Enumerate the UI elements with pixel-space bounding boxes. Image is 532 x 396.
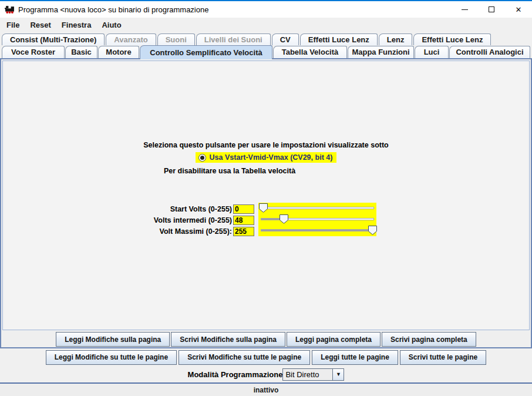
write-changes-page-button[interactable]: Scrivi Modifiche sulla pagina bbox=[171, 332, 285, 347]
maximize-button[interactable] bbox=[478, 1, 505, 18]
volts-intermedi-input[interactable] bbox=[233, 216, 254, 225]
status-bar: inattivo bbox=[0, 384, 532, 396]
title-bar: Programma <nuova loco> su binario di pro… bbox=[0, 0, 532, 18]
tab-effetti-luce-lenz-1[interactable]: Effetti Luce Lenz bbox=[300, 33, 378, 45]
menu-bar: File Reset Finestra Aiuto bbox=[0, 18, 532, 32]
tab-suoni: Suoni bbox=[157, 33, 195, 45]
tab-livelli-suoni: Livelli dei Suoni bbox=[196, 33, 271, 45]
start-volts-slider[interactable] bbox=[258, 203, 376, 214]
tab-consist[interactable]: Consist (Multi-Trazione) bbox=[2, 33, 105, 45]
tab-cv[interactable]: CV bbox=[272, 33, 299, 45]
tab-voce-roster[interactable]: Voce Roster bbox=[2, 46, 65, 58]
tab-strip: Consist (Multi-Trazione) Avanzato Suoni … bbox=[0, 32, 532, 58]
write-all-pages-button[interactable]: Scrivi tutte le pagine bbox=[400, 350, 486, 365]
tab-controlli-analogici[interactable]: Controlli Analogici bbox=[449, 46, 530, 58]
tab-motore[interactable]: Motore bbox=[98, 46, 139, 58]
window-title: Programma <nuova loco> su binario di pro… bbox=[18, 5, 451, 14]
volts-intermedi-label: Volts intermedi (0-255) bbox=[62, 216, 232, 224]
vstart-vmid-vmax-radio-row[interactable]: Usa Vstart-Vmid-Vmax (CV29, bit 4) bbox=[196, 152, 337, 163]
menu-file[interactable]: File bbox=[1, 19, 25, 31]
slider-thumb[interactable] bbox=[259, 203, 268, 213]
tab-content-pane: Seleziona questo pulsante per usare le i… bbox=[0, 58, 532, 348]
tab-row-2: Voce Roster Basic Motore Controllo Sempl… bbox=[2, 45, 532, 58]
tab-controllo-semplificato-velocita[interactable]: Controllo Semplificato Velocità bbox=[140, 45, 272, 59]
radio-label: Usa Vstart-Vmid-Vmax (CV29, bit 4) bbox=[210, 153, 333, 162]
maximize-icon bbox=[489, 6, 494, 12]
volt-massimi-label: Volt Massimi (0-255): bbox=[62, 227, 232, 236]
note-text: Per disabilitare usa la Tabella velocità bbox=[0, 167, 493, 175]
speed-control-panel: Seleziona questo pulsante per usare le i… bbox=[2, 61, 530, 330]
slider-track bbox=[261, 229, 374, 231]
slider-track-fill bbox=[261, 230, 373, 231]
programming-mode-value: Bit Diretto bbox=[283, 369, 332, 380]
program-window: Programma <nuova loco> su binario di pro… bbox=[0, 0, 532, 396]
slider-thumb[interactable] bbox=[368, 226, 377, 235]
tab-row-1: Consist (Multi-Trazione) Avanzato Suoni … bbox=[2, 33, 532, 45]
tab-tabella-velocita[interactable]: Tabella Velocità bbox=[273, 46, 347, 58]
tab-mappa-funzioni[interactable]: Mappa Funzioni bbox=[348, 46, 414, 58]
volts-intermedi-slider[interactable] bbox=[258, 214, 376, 225]
start-volts-label: Start Volts (0-255) bbox=[62, 205, 232, 213]
minimize-icon bbox=[462, 9, 468, 10]
programming-mode-row: Modalità Programmazione Bit Diretto ▼ bbox=[0, 366, 532, 382]
slider-panel bbox=[258, 203, 376, 236]
status-text: inattivo bbox=[254, 386, 279, 394]
radio-selected-dot bbox=[200, 156, 204, 160]
menu-finestra[interactable]: Finestra bbox=[56, 19, 97, 31]
start-volts-input[interactable] bbox=[233, 204, 254, 214]
instruction-text: Seleziona questo pulsante per usare le i… bbox=[3, 141, 529, 149]
tab-basic[interactable]: Basic bbox=[65, 46, 97, 58]
menu-reset[interactable]: Reset bbox=[25, 19, 56, 31]
write-full-page-button[interactable]: Scrivi pagina completa bbox=[382, 332, 476, 347]
menu-aiuto[interactable]: Aiuto bbox=[96, 19, 126, 31]
chevron-down-icon[interactable]: ▼ bbox=[332, 369, 344, 380]
read-full-page-button[interactable]: Leggi pagina completa bbox=[287, 332, 381, 347]
tab-lenz[interactable]: Lenz bbox=[379, 33, 413, 45]
read-changes-all-pages-button[interactable]: Leggi Modifiche su tutte le pagine bbox=[46, 350, 177, 365]
page-button-row: Leggi Modifiche sulla pagina Scrivi Modi… bbox=[1, 332, 531, 347]
slider-thumb[interactable] bbox=[280, 214, 288, 224]
tab-effetti-luce-lenz-2[interactable]: Effetti Luce Lenz bbox=[413, 33, 491, 45]
voltage-slider-group: Start Volts (0-255) Volts intermedi (0-2… bbox=[3, 203, 529, 239]
minimize-button[interactable] bbox=[451, 1, 478, 18]
read-changes-page-button[interactable]: Leggi Modifiche sulla pagina bbox=[56, 332, 170, 347]
tab-luci[interactable]: Luci bbox=[415, 46, 449, 58]
tab-avanzato: Avanzato bbox=[106, 33, 156, 45]
all-pages-button-row: Leggi Modifiche su tutte le pagine Scriv… bbox=[0, 348, 532, 366]
volt-massimi-input[interactable] bbox=[233, 227, 254, 236]
volt-massimi-slider[interactable] bbox=[258, 225, 376, 236]
radio-button-icon[interactable] bbox=[198, 154, 206, 162]
read-all-pages-button[interactable]: Leggi tutte le pagine bbox=[312, 350, 398, 365]
locomotive-icon bbox=[5, 5, 15, 15]
programming-mode-label: Modalità Programmazione bbox=[188, 370, 283, 379]
write-changes-all-pages-button[interactable]: Scrivi Modifiche su tutte le pagine bbox=[179, 350, 310, 365]
slider-track bbox=[261, 218, 374, 220]
close-icon: ✕ bbox=[516, 6, 522, 14]
slider-track bbox=[261, 207, 374, 209]
close-button[interactable]: ✕ bbox=[505, 1, 532, 18]
programming-mode-select[interactable]: Bit Diretto ▼ bbox=[282, 368, 344, 381]
